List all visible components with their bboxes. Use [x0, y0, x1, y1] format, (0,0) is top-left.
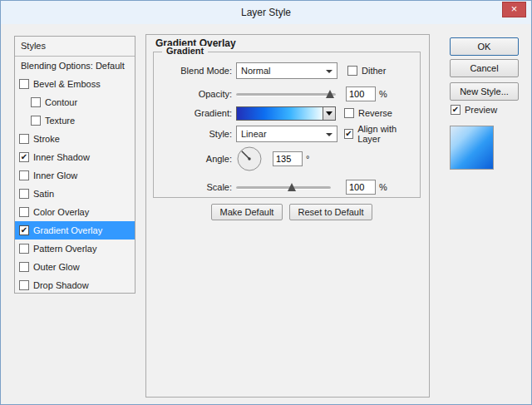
sidebar-item-label: Bevel & Emboss	[33, 79, 101, 89]
sidebar-item-label: Pattern Overlay	[33, 244, 96, 254]
align-with-layer-label: Align with Layer	[357, 124, 416, 144]
opacity-unit: %	[379, 89, 387, 99]
sidebar-item-outer-glow[interactable]: Outer Glow	[15, 258, 135, 276]
gradient-groupbox: Gradient Blend Mode: Normal Dither Opaci…	[153, 52, 421, 198]
sidebar-item-bevel-emboss[interactable]: Bevel & Emboss	[15, 75, 135, 93]
scale-slider[interactable]	[236, 180, 331, 195]
preview-option[interactable]: Preview	[451, 105, 497, 115]
scale-input[interactable]	[346, 180, 376, 195]
style-value: Linear	[241, 129, 267, 139]
align-with-layer-checkbox[interactable]	[344, 129, 353, 139]
bevel-emboss-checkbox[interactable]	[19, 79, 29, 89]
opacity-row: Opacity: %	[162, 86, 416, 102]
reset-to-default-button[interactable]: Reset to Default	[289, 204, 372, 220]
chevron-down-icon	[326, 133, 332, 136]
gradient-row: Gradient: Reverse	[162, 105, 416, 121]
slider-track	[236, 186, 331, 190]
outer-glow-checkbox[interactable]	[19, 262, 29, 272]
style-select[interactable]: Linear	[236, 126, 337, 142]
preview-thumbnail	[450, 126, 494, 170]
window-titlebar: Layer Style ×	[1, 1, 531, 24]
styles-panel-header: Styles	[15, 37, 135, 57]
sidebar-item-gradient-overlay[interactable]: Gradient Overlay	[15, 221, 135, 240]
dither-label: Dither	[362, 66, 386, 76]
sidebar-item-label: Blending Options: Default	[21, 61, 125, 71]
sidebar-item-label: Satin	[33, 189, 54, 199]
contour-checkbox[interactable]	[31, 97, 41, 107]
inner-glow-checkbox[interactable]	[19, 170, 29, 180]
gradient-overlay-checkbox[interactable]	[19, 225, 29, 235]
blend-mode-label: Blend Mode:	[162, 66, 232, 76]
angle-input[interactable]	[273, 151, 303, 166]
blend-mode-row: Blend Mode: Normal Dither	[162, 62, 416, 79]
sidebar-item-contour[interactable]: Contour	[15, 93, 135, 111]
preview-checkbox[interactable]	[451, 105, 461, 115]
dither-checkbox[interactable]	[347, 66, 357, 76]
style-label: Style:	[162, 129, 232, 139]
ok-button[interactable]: OK	[450, 37, 519, 56]
drop-shadow-checkbox[interactable]	[19, 280, 29, 290]
chevron-down-icon	[326, 70, 332, 73]
close-button[interactable]: ×	[502, 2, 526, 17]
reverse-label: Reverse	[358, 108, 392, 118]
sidebar-item-label: Gradient Overlay	[33, 225, 102, 235]
sidebar-item-texture[interactable]: Texture	[15, 111, 135, 130]
angle-unit: °	[306, 154, 309, 164]
inner-shadow-checkbox[interactable]	[19, 152, 29, 162]
sidebar-item-blending-options[interactable]: Blending Options: Default	[15, 57, 135, 75]
blend-mode-value: Normal	[241, 66, 270, 76]
style-row: Style: Linear Align with Layer	[162, 126, 416, 142]
cancel-button[interactable]: Cancel	[450, 59, 519, 77]
sidebar-item-color-overlay[interactable]: Color Overlay	[15, 203, 135, 221]
sidebar-item-pattern-overlay[interactable]: Pattern Overlay	[15, 240, 135, 258]
sidebar-item-label: Inner Shadow	[33, 152, 90, 162]
sidebar-item-label: Stroke	[33, 134, 60, 144]
sidebar-item-drop-shadow[interactable]: Drop Shadow	[15, 276, 135, 294]
sidebar-item-label: Inner Glow	[33, 170, 77, 180]
dither-option[interactable]: Dither	[347, 66, 386, 76]
sidebar-item-inner-glow[interactable]: Inner Glow	[15, 166, 135, 185]
stroke-checkbox[interactable]	[19, 134, 29, 144]
make-default-button[interactable]: Make Default	[211, 204, 283, 220]
opacity-slider[interactable]	[236, 86, 336, 101]
pattern-overlay-checkbox[interactable]	[19, 244, 29, 254]
styles-panel: Styles Blending Options: Default Bevel &…	[14, 36, 135, 294]
align-with-layer-option[interactable]: Align with Layer	[344, 124, 416, 144]
opacity-label: Opacity:	[162, 89, 232, 99]
group-legend: Gradient	[162, 46, 208, 56]
sidebar-item-satin[interactable]: Satin	[15, 185, 135, 203]
gradient-overlay-panel: Gradient Overlay Gradient Blend Mode: No…	[145, 34, 430, 398]
gradient-picker-button[interactable]	[323, 106, 336, 121]
new-style-button[interactable]: New Style...	[450, 82, 519, 101]
texture-checkbox[interactable]	[31, 116, 41, 126]
sidebar-item-inner-shadow[interactable]: Inner Shadow	[15, 148, 135, 166]
sidebar-item-label: Outer Glow	[33, 262, 80, 272]
sidebar-item-label: Contour	[45, 97, 77, 107]
slider-thumb[interactable]	[288, 183, 296, 191]
sidebar-item-stroke[interactable]: Stroke	[15, 130, 135, 148]
sidebar-item-label: Color Overlay	[33, 207, 89, 217]
opacity-input[interactable]	[346, 86, 376, 101]
slider-thumb[interactable]	[326, 90, 334, 98]
scale-row: Scale: %	[162, 179, 416, 195]
scale-unit: %	[379, 182, 387, 192]
sidebar-item-label: Texture	[45, 116, 75, 126]
blend-mode-select[interactable]: Normal	[236, 62, 337, 79]
window-title: Layer Style	[1, 1, 531, 24]
slider-track	[236, 93, 336, 96]
satin-checkbox[interactable]	[19, 189, 29, 199]
layer-style-dialog: Layer Style × Styles Blending Options: D…	[0, 0, 532, 405]
angle-dial[interactable]	[236, 146, 263, 172]
reverse-checkbox[interactable]	[344, 108, 354, 118]
gradient-label: Gradient:	[162, 108, 232, 118]
sidebar-item-label: Drop Shadow	[33, 280, 89, 290]
angle-label: Angle:	[162, 154, 232, 164]
color-overlay-checkbox[interactable]	[19, 207, 29, 217]
gradient-swatch[interactable]	[236, 106, 323, 121]
preview-label: Preview	[465, 105, 497, 115]
scale-label: Scale:	[162, 182, 232, 192]
reverse-option[interactable]: Reverse	[344, 108, 392, 118]
angle-row: Angle: °	[162, 144, 416, 174]
